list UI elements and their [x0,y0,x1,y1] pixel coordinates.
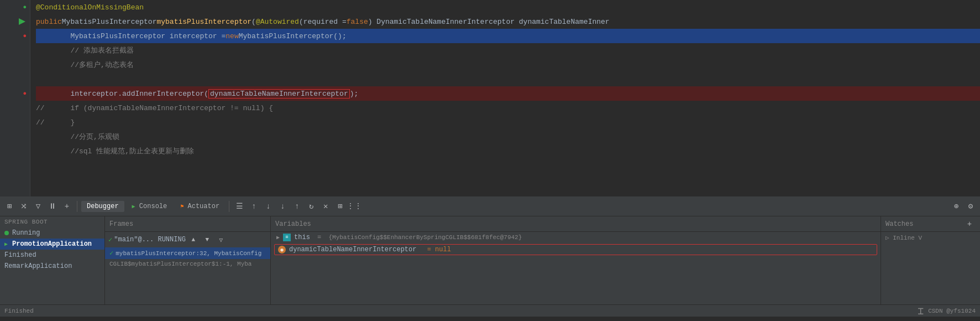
code-line-2: public MybatisPlusInterceptor mybatisPlu… [36,14,980,29]
inline-watches-label: ▷ Inline V [885,234,922,241]
gutter-line-7: ● [0,86,27,101]
watches-label: Watches [885,220,913,228]
gear-icon[interactable]: ⚙ [965,200,977,213]
code-line-1: @ConditionalOnMissingBean [36,0,980,14]
gutter-line-10 [0,130,27,144]
sidebar-remark-app[interactable]: RemarkApplication [0,261,104,272]
code-line-10: //分页,乐观锁 [36,130,980,144]
add-watch-icon[interactable]: + [963,218,976,230]
watches-header: Watches + [881,216,980,232]
frames-pane: Frames ✓ "main"@... RUNNING ▲ ▼ ▽ ✓ myba… [105,216,271,304]
spring-boot-header: Spring Boot [0,216,104,227]
this-name: this [294,234,310,241]
sidebar-running[interactable]: Running [0,227,104,239]
menu-icon[interactable]: ☰ [233,200,245,213]
this-equals: = [313,234,326,241]
watches-toolbar-icons: + [963,218,976,230]
checkmark-icon: ✓ [108,236,112,244]
step-up2-icon[interactable]: ↑ [291,200,303,213]
frame-item-1[interactable]: CGLIB$mybatisPlusInterceptor$1:-1, Myba [105,259,270,269]
thread-label: "main"@... RUNNING [114,236,186,244]
sidebar-promotion-app[interactable]: ▶ PromotionApplication [0,239,104,250]
dynamic-name: dynamicTableNameInnerInterceptor [289,246,416,253]
code-content: @ConditionalOnMissingBean public Mybatis… [30,0,980,196]
debug-toolbar: ⊞ ⤨ ▽ ⏸ + Debugger ▶ Console ⚑ Actuator … [0,196,980,216]
panel-content: Spring Boot Running ▶ PromotionApplicati… [0,216,980,304]
spring-boot-sidebar: Spring Boot Running ▶ PromotionApplicati… [0,216,105,304]
gutter-line-5 [0,58,27,72]
frames-header: Frames [105,216,270,232]
tab-actuator[interactable]: ⚑ Actuator [175,201,225,212]
evaluate-icon[interactable]: ✕ [319,200,332,213]
gutter-line-11 [0,144,27,158]
promotion-app-label: PromotionApplication [12,240,92,248]
gutter-line-8 [0,101,27,115]
code-line-6 [36,72,980,86]
sidebar-finished[interactable]: Finished [0,250,104,261]
gutter-line-6 [0,72,27,86]
execution-arrow-icon [19,18,25,25]
status-bar: Finished ⌶ CSDN @yfs1024 [0,304,980,317]
gutter-line-4 [0,43,27,58]
variables-pane: Variables ▶ ≡ this = {MybatisConfig$$Enh… [271,216,881,304]
this-value: {MybatisConfig$$EnhancerBySpringCGLIB$$6… [328,234,522,241]
table-view-icon[interactable]: ⊞ [334,200,346,213]
debug-panel: ⊞ ⤨ ▽ ⏸ + Debugger ▶ Console ⚑ Actuator … [0,196,980,317]
separator-1 [77,201,77,212]
gutter-line-1: ● [0,0,27,14]
step-over-up-icon[interactable]: ↑ [248,200,260,213]
running-label: Running [12,229,40,237]
gutter-line-9 [0,115,27,130]
thread-up-icon[interactable]: ▲ [187,234,200,246]
inline-watches-row[interactable]: ▷ Inline V [881,232,980,244]
separator-2 [229,201,229,212]
pause-icon[interactable]: ⏸ [46,200,59,213]
frame-label-main: mybatisPlusInterceptor:32, MybatisConfig [116,250,261,257]
watches-pane: Watches + ▷ Inline V [881,216,980,304]
run-to-cursor-icon[interactable]: ↻ [305,200,317,213]
cursor-symbol: ⌶ [918,305,924,317]
settings-gear-icon[interactable]: ⊕ [950,200,962,213]
frames-toolbar: ✓ "main"@... RUNNING ▲ ▼ ▽ [105,232,270,247]
layout-icon[interactable]: ⊞ [3,200,15,213]
dynamic-type-icon: ◉ [278,246,286,253]
filter-icon[interactable]: ▽ [32,200,44,213]
thread-filter-icon[interactable]: ▽ [215,234,227,246]
tab-debugger[interactable]: Debugger [81,201,124,212]
tab-console[interactable]: ▶ Console [127,201,173,212]
remark-app-label: RemarkApplication [4,262,72,270]
step-out-icon[interactable]: ↓ [276,200,289,213]
columns-icon[interactable]: ⋮⋮ [348,200,360,213]
code-line-8: // if (dynamicTableNameInnerInterceptor … [36,101,980,115]
gutter-line-3: ● [0,29,27,43]
status-right-area: ⌶ CSDN @yfs1024 [918,305,976,317]
running-status-dot [4,231,9,235]
right-toolbar-icons: ⊕ ⚙ [950,200,977,213]
variable-this[interactable]: ▶ ≡ this = {MybatisConfig$$EnhancerBySpr… [271,232,881,243]
expand-arrow-icon: ▶ [276,234,280,241]
frame-item-0[interactable]: ✓ mybatisPlusInterceptor:32, MybatisConf… [105,247,270,259]
step-into-down-icon[interactable]: ↓ [262,200,274,213]
step-icon[interactable]: ⤨ [18,200,30,213]
csdn-label: CSDN @yfs1024 [928,308,976,314]
line-gutter: ● ● ● [0,0,30,196]
thread-down-icon[interactable]: ▼ [201,234,213,246]
code-editor: ● ● ● [0,0,980,196]
frame-check-icon: ✓ [109,249,113,257]
add-icon[interactable]: + [61,200,73,213]
frame-sub-label: CGLIB$mybatisPlusInterceptor$1:-1, Myba [109,261,251,267]
code-line-3: MybatisPlusInterceptor interceptor = new… [36,29,980,43]
highlighted-variable: dynamicTableNameInnerInterceptor [208,89,350,99]
variable-dynamic-table[interactable]: ◉ dynamicTableNameInnerInterceptor = nul… [274,244,877,255]
dynamic-equals [420,246,423,253]
variables-header: Variables [271,216,881,232]
code-line-4: // 添加表名拦截器 [36,43,980,58]
finished-label: Finished [4,251,36,259]
gutter-line-2 [0,14,27,29]
dynamic-value: = null [427,246,451,253]
selected-arrow-icon: ▶ [4,241,8,247]
variables-label: Variables [275,220,311,228]
code-line-11: //sql 性能规范,防止全表更新与删除 [36,144,980,158]
code-line-5: //多租户,动态表名 [36,58,980,72]
finished-status: Finished [4,308,34,314]
